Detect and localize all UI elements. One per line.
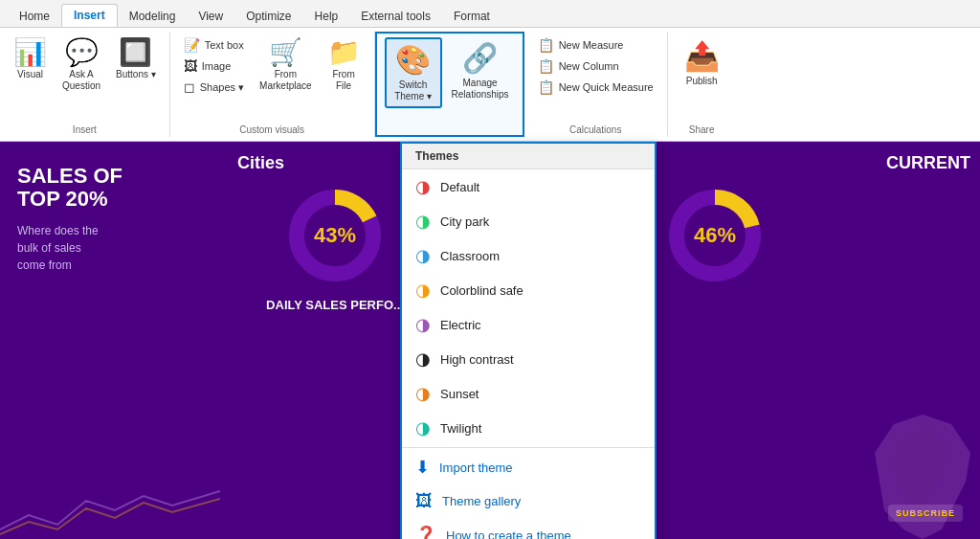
theme-classroom[interactable]: ◑ Classroom (402, 238, 655, 273)
share-label: Share (676, 124, 728, 137)
image-button[interactable]: 🖼 Image (178, 56, 250, 76)
group-share: 📤 Publish Share (668, 32, 736, 137)
theme-electric-icon: ◑ (415, 314, 431, 335)
theme-colorblind-safe[interactable]: ◑ Colorblind safe (402, 273, 655, 307)
buttons-icon: 🔲 (119, 39, 152, 66)
new-measure-button[interactable]: 📋 New Measure (532, 35, 659, 55)
ask-question-button[interactable]: 💬 Ask AQuestion (56, 35, 106, 96)
customers-donut-chart: 46% (662, 183, 768, 288)
sales-description: Where does thebulk of salescome from (17, 222, 203, 274)
canvas-sales-panel: SALES OFTOP 20% Where does thebulk of sa… (0, 142, 220, 539)
theme-high-contrast[interactable]: ◑ High contrast (402, 342, 655, 376)
shapes-button[interactable]: ◻ Shapes ▾ (178, 78, 250, 97)
theme-colorblind-safe-label: Colorblind safe (440, 283, 523, 298)
from-file-label: FromFile (332, 69, 354, 92)
textbox-label: Text box (205, 39, 244, 51)
group-share-items: 📤 Publish (676, 32, 728, 124)
import-theme-icon: ⬇ (415, 457, 430, 478)
current-label: CURRENT (886, 153, 970, 173)
theme-electric-label: Electric (440, 318, 481, 332)
from-file-button[interactable]: 📁 FromFile (322, 35, 367, 96)
tab-help[interactable]: Help (303, 6, 350, 27)
from-file-icon: 📁 (327, 39, 361, 66)
switch-theme-button[interactable]: 🎨 SwitchTheme ▾ (385, 37, 442, 108)
theme-high-contrast-label: High contrast (440, 352, 514, 367)
ask-question-label: Ask AQuestion (62, 69, 100, 92)
new-measure-label: New Measure (559, 39, 624, 51)
group-insert: 📊 Visual 💬 Ask AQuestion 🔲 Buttons ▾ Ins… (0, 32, 170, 137)
custom-visuals-label: Custom visuals (178, 124, 367, 137)
new-column-label: New Column (559, 60, 619, 72)
from-marketplace-icon: 🛒 (269, 39, 302, 66)
dropdown-header: Themes (402, 144, 655, 169)
buttons-button[interactable]: 🔲 Buttons ▾ (110, 35, 162, 84)
how-to-create-item[interactable]: ❓ How to create a theme (402, 518, 655, 539)
theme-sunset-label: Sunset (440, 387, 479, 401)
shapes-label: Shapes ▾ (200, 81, 244, 94)
theme-classroom-label: Classroom (440, 249, 500, 263)
group-calculations: 📋 New Measure 📋 New Column 📋 New Quick M… (524, 32, 668, 137)
new-column-icon: 📋 (538, 58, 554, 74)
new-quick-measure-button[interactable]: 📋 New Quick Measure (532, 78, 659, 97)
publish-button[interactable]: 📤 Publish (676, 35, 728, 91)
theme-default[interactable]: ◑ Default (402, 169, 655, 204)
calculations-label: Calculations (532, 124, 659, 137)
theme-twilight-label: Twilight (440, 421, 481, 436)
tab-optimize[interactable]: Optimize (234, 6, 302, 27)
textbox-button[interactable]: 📝 Text box (178, 35, 250, 55)
tab-home[interactable]: Home (8, 6, 61, 27)
theme-default-label: Default (440, 180, 479, 194)
group-themes-items: 🎨 SwitchTheme ▾ 🔗 ManageRelationships (385, 34, 515, 133)
tab-external-tools[interactable]: External tools (349, 6, 442, 27)
theme-electric[interactable]: ◑ Electric (402, 307, 655, 342)
theme-high-contrast-icon: ◑ (415, 348, 431, 370)
image-icon: 🖼 (184, 58, 197, 74)
from-marketplace-button[interactable]: 🛒 FromMarketplace (254, 35, 317, 96)
tab-format[interactable]: Format (442, 6, 501, 27)
ribbon: Home Insert Modeling View Optimize Help … (0, 0, 980, 142)
customers-percentage: 46% (694, 223, 736, 248)
tab-view[interactable]: View (187, 6, 234, 27)
group-custom-visuals: 📝 Text box 🖼 Image ◻ Shapes ▾ 🛒 Fro (170, 32, 375, 137)
from-marketplace-label: FromMarketplace (259, 69, 311, 92)
tab-insert[interactable]: Insert (61, 4, 118, 27)
subscribe-badge: SUBSCRIBE (888, 505, 963, 522)
theme-city-park-label: City park (440, 214, 489, 229)
switch-theme-label: SwitchTheme ▾ (394, 79, 432, 102)
calc-stacked: 📋 New Measure 📋 New Column 📋 New Quick M… (532, 35, 659, 97)
group-insert-items: 📊 Visual 💬 Ask AQuestion 🔲 Buttons ▾ (8, 32, 162, 124)
manage-relationships-button[interactable]: 🔗 ManageRelationships (446, 37, 515, 104)
themes-group-label (385, 133, 515, 135)
new-quick-measure-icon: 📋 (538, 79, 554, 95)
theme-default-icon: ◑ (415, 176, 431, 197)
import-theme-label: Import theme (439, 460, 513, 475)
theme-twilight-icon: ◑ (415, 417, 431, 438)
manage-relationships-label: ManageRelationships (452, 78, 509, 101)
group-custom-visuals-items: 📝 Text box 🖼 Image ◻ Shapes ▾ 🛒 Fro (178, 32, 367, 124)
theme-gallery-icon: 🖼 (415, 491, 433, 511)
dropdown-divider (402, 447, 655, 448)
new-column-button[interactable]: 📋 New Column (532, 56, 659, 76)
text-image-shapes-group: 📝 Text box 🖼 Image ◻ Shapes ▾ (178, 35, 250, 97)
theme-sunset-icon: ◑ (415, 383, 431, 404)
theme-gallery-item[interactable]: 🖼 Theme gallery (402, 484, 655, 518)
line-chart-bg (0, 482, 220, 539)
theme-city-park-icon: ◑ (415, 211, 431, 232)
theme-gallery-label: Theme gallery (442, 494, 521, 508)
theme-sunset[interactable]: ◑ Sunset (402, 376, 655, 411)
new-quick-measure-label: New Quick Measure (559, 81, 654, 93)
ribbon-content: 📊 Visual 💬 Ask AQuestion 🔲 Buttons ▾ Ins… (0, 27, 980, 141)
theme-classroom-icon: ◑ (415, 245, 431, 266)
tab-modeling[interactable]: Modeling (118, 6, 188, 27)
import-theme-item[interactable]: ⬇ Import theme (402, 450, 655, 484)
publish-icon: 📤 (684, 39, 720, 73)
visual-button[interactable]: 📊 Visual (8, 35, 53, 84)
cities-donut-chart: 43% (282, 183, 388, 288)
how-to-create-icon: ❓ (415, 525, 436, 539)
theme-twilight[interactable]: ◑ Twilight (402, 411, 655, 445)
visual-icon: 📊 (13, 39, 47, 66)
shapes-icon: ◻ (184, 79, 195, 95)
theme-city-park[interactable]: ◑ City park (402, 204, 655, 238)
manage-relationships-icon: 🔗 (462, 41, 498, 75)
how-to-create-label: How to create a theme (446, 528, 571, 540)
